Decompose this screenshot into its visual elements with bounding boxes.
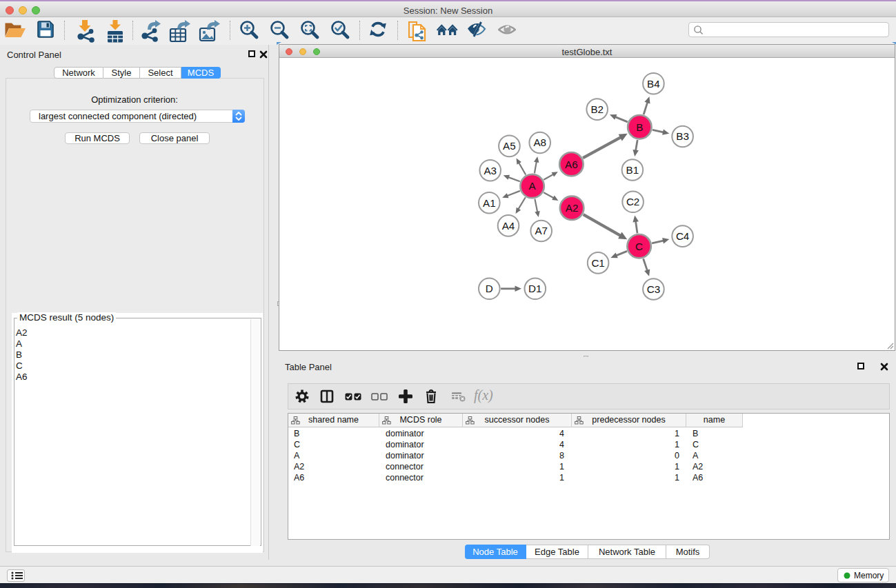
svg-text:B3: B3 [676,130,689,142]
svg-text:A: A [529,180,537,192]
svg-text:D: D [486,283,493,294]
svg-text:C2: C2 [626,196,639,207]
svg-text:B: B [636,121,643,133]
svg-text:C1: C1 [591,257,604,269]
svg-text:A1: A1 [483,197,496,209]
svg-text:A5: A5 [503,140,516,152]
svg-text:B1: B1 [626,164,639,176]
svg-text:A3: A3 [484,165,497,176]
svg-text:D1: D1 [528,283,541,294]
svg-text:C4: C4 [676,230,689,242]
svg-text:A7: A7 [535,225,548,236]
svg-text:B2: B2 [590,103,604,115]
svg-text:A8: A8 [533,136,546,148]
svg-text:A2: A2 [566,202,579,214]
svg-text:A4: A4 [502,220,515,232]
svg-text:C: C [635,241,643,252]
svg-text:B4: B4 [647,78,660,90]
svg-text:A6: A6 [565,159,578,170]
svg-text:C3: C3 [647,283,660,295]
